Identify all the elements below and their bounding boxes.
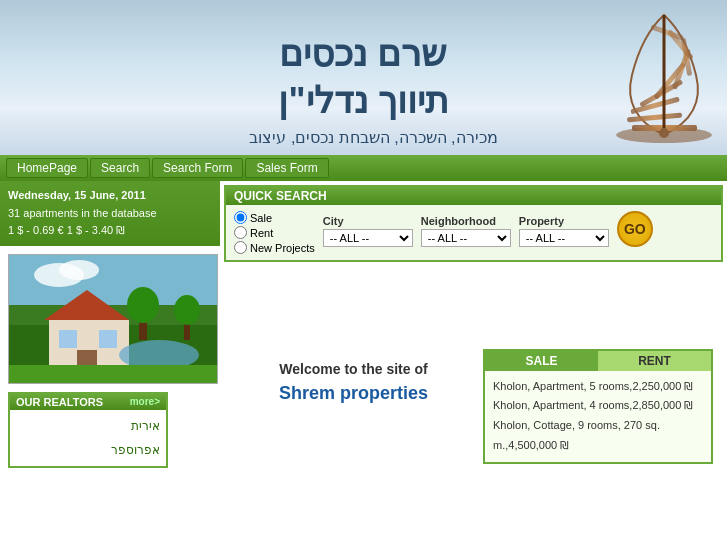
qs-property-label: Property bbox=[519, 215, 609, 227]
sale-rent-panel: SALE RENT Kholon, Apartment, 5 rooms,2,2… bbox=[483, 349, 713, 464]
info-date: Wednesday, 15 June, 2011 bbox=[8, 187, 212, 205]
sr-item-2: Kholon, Apartment, 4 rooms,2,850,000 ₪ bbox=[493, 396, 703, 416]
sr-item-3: Kholon, Cottage, 9 rooms, 270 sq. m.,4,5… bbox=[493, 416, 703, 456]
qs-neighborhood-label: Neighborhood bbox=[421, 215, 511, 227]
realtors-more-link[interactable]: more> bbox=[130, 396, 160, 408]
sr-tabs: SALE RENT bbox=[485, 351, 711, 371]
right-area: QUICK SEARCH Sale Rent bbox=[220, 181, 727, 468]
sale-rent-col: SALE RENT Kholon, Apartment, 5 rooms,2,2… bbox=[483, 341, 723, 464]
svg-point-27 bbox=[174, 295, 200, 325]
realtor-item-1: אירית bbox=[16, 414, 160, 438]
qs-body: Sale Rent New Projects bbox=[226, 205, 721, 260]
navbar: HomePage Search Search Form Sales Form bbox=[0, 155, 727, 181]
qs-neighborhood-field: Neighborhood -- ALL -- bbox=[421, 215, 511, 247]
header-tagline: מכירה, השכרה, השבחת נכסים, עיצוב bbox=[10, 128, 727, 147]
left-panel: Wednesday, 15 June, 2011 31 apartments i… bbox=[0, 181, 220, 468]
header-text: שרם נכסים תיווך נדלי"ן bbox=[278, 31, 448, 125]
nav-homepage[interactable]: HomePage bbox=[6, 158, 88, 178]
nav-search-form[interactable]: Search Form bbox=[152, 158, 243, 178]
sr-content: Kholon, Apartment, 5 rooms,2,250,000 ₪ K… bbox=[485, 371, 711, 462]
qs-fields: City -- ALL -- Neighborhood -- ALL -- bbox=[323, 211, 713, 247]
realtors-box: OUR REALTORS more> אירית אפרוספר bbox=[8, 392, 168, 468]
quick-search-box: QUICK SEARCH Sale Rent bbox=[224, 185, 723, 262]
nav-sales-form[interactable]: Sales Form bbox=[245, 158, 328, 178]
qs-option-new[interactable]: New Projects bbox=[234, 241, 315, 254]
svg-rect-20 bbox=[99, 330, 117, 348]
realtors-title: OUR REALTORS bbox=[16, 396, 103, 408]
welcome-name: Shrem properties bbox=[279, 383, 428, 404]
header: שרם נכסים תיווך נדלי"ן bbox=[0, 0, 727, 155]
nav-search[interactable]: Search bbox=[90, 158, 150, 178]
svg-point-25 bbox=[127, 287, 159, 323]
realtors-header: OUR REALTORS more> bbox=[10, 394, 166, 410]
qs-radio-new[interactable] bbox=[234, 241, 247, 254]
qs-property-select[interactable]: -- ALL -- bbox=[519, 229, 609, 247]
info-count: 31 apartments in the database bbox=[8, 205, 212, 223]
header-title-line2: תיווך נדלי"ן bbox=[278, 78, 448, 125]
qs-option-sale[interactable]: Sale bbox=[234, 211, 315, 224]
sr-item-1: Kholon, Apartment, 5 rooms,2,250,000 ₪ bbox=[493, 377, 703, 397]
header-title-line1: שרם נכסים bbox=[278, 31, 448, 78]
qs-property-field: Property -- ALL -- bbox=[519, 215, 609, 247]
info-box: Wednesday, 15 June, 2011 31 apartments i… bbox=[0, 181, 220, 246]
svg-rect-19 bbox=[59, 330, 77, 348]
svg-rect-2 bbox=[627, 113, 682, 123]
qs-neighborhood-select[interactable]: -- ALL -- bbox=[421, 229, 511, 247]
center-col: Welcome to the site of Shrem properties bbox=[224, 341, 483, 464]
qs-label-sale: Sale bbox=[250, 212, 272, 224]
qs-radio-rent[interactable] bbox=[234, 226, 247, 239]
tab-rent[interactable]: RENT bbox=[598, 351, 711, 371]
property-image bbox=[8, 254, 218, 384]
qs-city-label: City bbox=[323, 215, 413, 227]
qs-city-field: City -- ALL -- bbox=[323, 215, 413, 247]
qs-label-new: New Projects bbox=[250, 242, 315, 254]
welcome-title: Welcome to the site of bbox=[279, 361, 428, 377]
qs-radio-sale[interactable] bbox=[234, 211, 247, 224]
realtors-content: אירית אפרוספר bbox=[10, 410, 166, 466]
quick-search-container: QUICK SEARCH Sale Rent bbox=[220, 181, 727, 337]
svg-rect-23 bbox=[9, 365, 218, 384]
svg-point-14 bbox=[59, 260, 99, 280]
go-button[interactable]: GO bbox=[617, 211, 653, 247]
qs-label-rent: Rent bbox=[250, 227, 273, 239]
qs-header: QUICK SEARCH bbox=[226, 187, 721, 205]
welcome-row: Welcome to the site of Shrem properties … bbox=[220, 337, 727, 468]
qs-city-select[interactable]: -- ALL -- bbox=[323, 229, 413, 247]
tab-sale[interactable]: SALE bbox=[485, 351, 598, 371]
content-area: Wednesday, 15 June, 2011 31 apartments i… bbox=[0, 181, 727, 468]
welcome-section: Welcome to the site of Shrem properties bbox=[269, 341, 438, 414]
qs-option-rent[interactable]: Rent bbox=[234, 226, 315, 239]
qs-radio-group: Sale Rent New Projects bbox=[234, 211, 315, 254]
realtor-item-2: אפרוספר bbox=[16, 438, 160, 462]
info-rates: 1 $ - 0.69 € 1 $ - 3.40 ₪ bbox=[8, 222, 212, 240]
